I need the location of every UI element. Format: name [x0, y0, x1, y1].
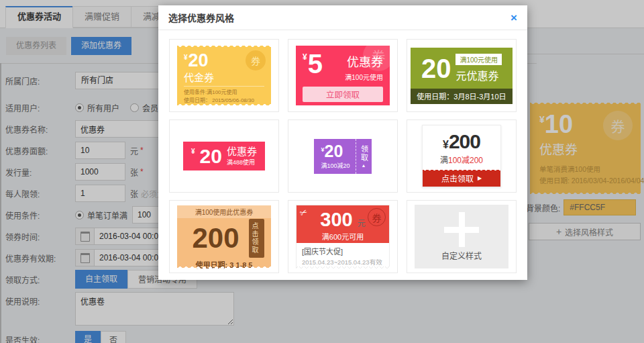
perforation	[177, 264, 271, 268]
coupon-top: ✂ 券 300元 满600元可用	[297, 205, 389, 243]
coupon-right: 满100元使用 元优惠券	[455, 54, 502, 83]
style-option-3[interactable]: 20 满100元使用 元优惠券 使用日期：3月8日-3月10日	[407, 39, 517, 112]
style-option-7[interactable]: 满100使用此优惠券 200 点击领取 使用日期: 3.1-8.5	[169, 200, 279, 273]
perforation	[177, 102, 271, 106]
perforation	[423, 169, 500, 172]
close-icon[interactable]: ×	[511, 12, 517, 23]
style-option-4[interactable]: ¥ 20 优惠券 满488使用	[169, 119, 279, 193]
coupon-amount: ¥200	[423, 126, 500, 152]
condition-prefix: 满	[440, 156, 448, 165]
perforation	[177, 45, 271, 49]
coupon-admin-screen: 优惠券活动 满赠促销 满减促销 优惠券列表 添加优惠券 所属门店: 所有门店 适…	[0, 0, 644, 343]
amount-unit: 元	[358, 219, 366, 228]
coupon-right: 优惠券 满488使用	[227, 146, 257, 166]
coupon-title: 元优惠券	[455, 67, 498, 83]
coupon-condition-badge: 满100元使用	[455, 54, 502, 65]
claim-now-button[interactable]: 立即领取	[303, 87, 383, 102]
style-option-2[interactable]: 券 ¥ 5 优惠券 满100元使用 立即领取	[288, 39, 398, 112]
style-option-1[interactable]: ¥20 代金券 使用条件:满100元使用 使用日期： 2015/05/06-08…	[169, 39, 279, 112]
claim-label: 领取	[360, 145, 368, 162]
coupon-badge-pink: ¥ 20 优惠券 满488使用	[183, 142, 265, 170]
amount-value: 20	[325, 142, 343, 160]
coupon-condition: 使用条件:满100元使用	[184, 89, 264, 97]
amount-value: 300	[320, 209, 352, 230]
coupon-badge-purple: ¥20 满100减20 领取 ▲	[314, 139, 371, 174]
coupon-style-grid: ¥20 代金券 使用条件:满100元使用 使用日期： 2015/05/06-08…	[158, 30, 527, 282]
coupon-body: 20 满100元使用 元优惠券	[411, 48, 513, 89]
claim-tab[interactable]: 领取 ▲	[356, 139, 372, 174]
coupon-stamp-icon: 券	[368, 208, 386, 226]
perforation	[296, 265, 390, 268]
currency-symbol: ¥	[184, 54, 188, 61]
coupon-yellow-ticket: ¥20 代金券 使用条件:满100元使用 使用日期： 2015/05/06-08…	[177, 46, 271, 105]
currency-symbol: ¥	[303, 52, 307, 62]
amount-value: 200	[182, 224, 249, 252]
modal-header: 选择优惠券风格 ×	[158, 5, 527, 30]
coupon-event: [国庆节大促]	[297, 243, 389, 256]
arrow-right-icon: ▶	[478, 175, 482, 181]
coupon-amount: ¥20	[321, 143, 350, 160]
currency-symbol: ¥	[443, 139, 449, 150]
coupon-condition: 满100减200	[423, 154, 500, 165]
arrow-up-icon: ▲	[362, 163, 366, 168]
coupon-pink: 券 ¥ 5 优惠券 满100元使用 立即领取	[296, 46, 390, 105]
coupon-condition: 满600元可用	[297, 231, 389, 242]
custom-style-label: 自定义样式	[441, 250, 482, 261]
style-option-8[interactable]: ✂ 券 300元 满600元可用 [国庆节大促] 2015.04.23~2015…	[288, 200, 398, 273]
coupon-stamp-icon: 券	[246, 50, 266, 70]
amount-value: 5	[308, 51, 323, 77]
amount-value: 20	[200, 146, 222, 166]
coupon-orange: 满100使用此优惠券 200 点击领取 使用日期: 3.1-8.5	[177, 205, 271, 268]
coupon-body: ¥20 满100减20	[314, 139, 355, 174]
coupon-white-card: ¥200 满100减200 点击领取 ▶	[422, 125, 501, 187]
coupon-condition: 满100减20	[321, 161, 350, 170]
coupon-right: 优惠券 满100元使用	[345, 52, 383, 82]
coupon-header: 满100使用此优惠券	[177, 205, 271, 218]
click-claim-button[interactable]: 点击领取 ▶	[423, 170, 500, 187]
coupon-red-stub: ✂ 券 300元 满600元可用 [国庆节大促] 2015.04.23~2015…	[296, 205, 390, 268]
coupon-body: 200 点击领取	[177, 218, 271, 258]
style-option-5[interactable]: ¥20 满100减20 领取 ▲	[288, 119, 398, 193]
amount-value: 20	[421, 55, 451, 82]
style-option-6[interactable]: ¥200 满100减200 点击领取 ▶	[407, 119, 517, 193]
coupon-date-bar: 使用日期：3月8日-3月10日	[411, 89, 513, 104]
coupon-style-modal: 选择优惠券风格 × ¥20 代金券 使用条件:满100元使用 使用日期： 201…	[158, 5, 527, 280]
click-claim-label: 点击领取	[441, 173, 474, 184]
condition-value: 100减200	[448, 156, 483, 165]
coupon-body: ¥ 5 优惠券 满100元使用	[303, 51, 383, 82]
plus-icon	[444, 212, 479, 247]
click-claim-tag[interactable]: 点击领取	[249, 219, 264, 258]
currency-symbol: ¥	[191, 148, 195, 155]
style-option-custom[interactable]: 自定义样式	[407, 200, 517, 273]
coupon-title: 优惠券	[227, 146, 257, 157]
amount-value: 20	[189, 50, 209, 70]
amount-value: 200	[449, 130, 480, 152]
coupon-title: 优惠券	[345, 52, 383, 70]
custom-style-tile: 自定义样式	[415, 205, 508, 268]
coupon-title: 代金券	[184, 70, 264, 87]
coupon-condition: 满100元使用	[345, 72, 383, 82]
modal-title: 选择优惠券风格	[168, 11, 511, 24]
coupon-green: 20 满100元使用 元优惠券 使用日期：3月8日-3月10日	[411, 48, 513, 104]
coupon-condition: 满488使用	[227, 158, 257, 166]
